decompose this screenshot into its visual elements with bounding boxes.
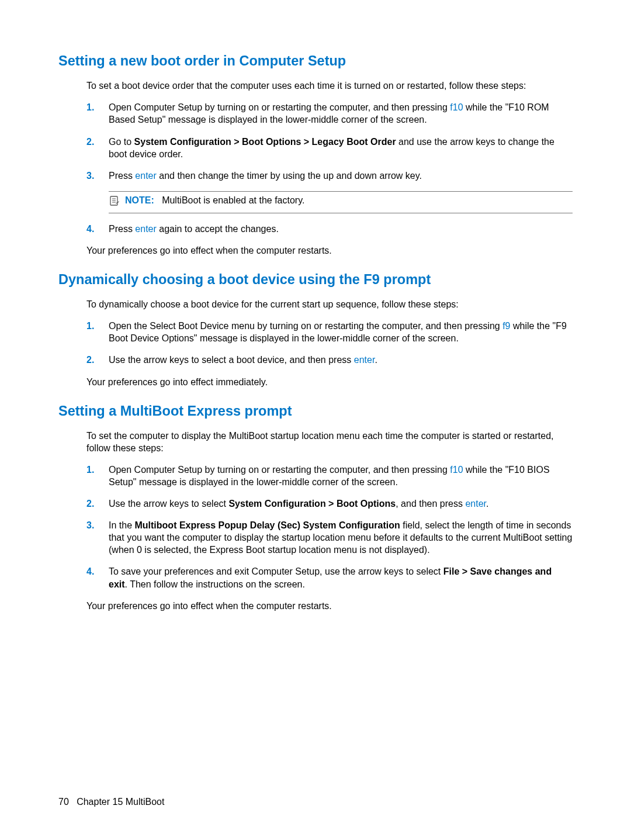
step-number: 1. (86, 320, 94, 332)
step-number: 2. (86, 354, 94, 366)
step-number: 4. (86, 223, 94, 235)
step-number: 1. (86, 464, 94, 476)
step-text-pre: Press (109, 171, 135, 181)
step-1: 1. Open the Select Boot Device menu by t… (86, 320, 573, 344)
step-number: 3. (86, 519, 94, 531)
key-enter: enter (135, 224, 156, 234)
steps-list-1: 1. Open Computer Setup by turning on or … (86, 101, 573, 182)
step-text-pre: Press (109, 224, 135, 234)
key-enter: enter (354, 355, 375, 365)
step-text-pre: Go to (109, 137, 134, 147)
step-3: 3. In the Multiboot Express Popup Delay … (86, 519, 573, 556)
step-text-post: and then change the timer by using the u… (157, 171, 422, 181)
heading-setting-boot-order: Setting a new boot order in Computer Set… (58, 53, 573, 69)
step-text-pre: Open Computer Setup by turning on or res… (109, 465, 450, 475)
page-footer: 70 Chapter 15 MultiBoot (58, 797, 164, 807)
step-4: 4. To save your preferences and exit Com… (86, 565, 573, 590)
step-2: 2. Use the arrow keys to select System C… (86, 497, 573, 510)
outro-text-2: Your preferences go into effect immediat… (86, 376, 573, 388)
note-body: MultiBoot is enabled at the factory. (162, 195, 304, 205)
step-text-post: . (375, 355, 377, 365)
note-text (157, 195, 162, 205)
note-label: NOTE: (125, 195, 154, 205)
page-number: 70 (58, 797, 69, 807)
step-number: 1. (86, 101, 94, 113)
step-number: 2. (86, 136, 94, 148)
key-f9: f9 (502, 321, 510, 331)
steps-list-2: 1. Open the Select Boot Device menu by t… (86, 320, 573, 366)
intro-text-3: To set the computer to display the Multi… (86, 430, 573, 454)
intro-text-2: To dynamically choose a boot device for … (86, 298, 573, 310)
steps-list-1b: 4. Press enter again to accept the chang… (86, 223, 573, 235)
step-text-post: . Then follow the instructions on the sc… (125, 579, 305, 589)
step-number: 2. (86, 497, 94, 510)
step-text-pre: Use the arrow keys to select a boot devi… (109, 355, 354, 365)
step-1: 1. Open Computer Setup by turning on or … (86, 101, 573, 126)
field-name: Multiboot Express Popup Delay (Sec) Syst… (134, 520, 400, 530)
step-text-pre: Use the arrow keys to select (109, 499, 228, 509)
note-icon (109, 195, 120, 209)
heading-f9-prompt: Dynamically choosing a boot device using… (58, 272, 573, 288)
step-text-pre: Open Computer Setup by turning on or res… (109, 102, 450, 112)
step-2: 2. Use the arrow keys to select a boot d… (86, 354, 573, 366)
step-text-pre: To save your preferences and exit Comput… (109, 566, 443, 576)
menu-path: System Configuration > Boot Options > Le… (134, 137, 396, 147)
step-text-mid: , and then press (396, 499, 465, 509)
step-text-post: . (486, 499, 488, 509)
outro-text: Your preferences go into effect when the… (86, 244, 573, 257)
note-box: NOTE: MultiBoot is enabled at the factor… (109, 191, 573, 213)
key-f10: f10 (450, 102, 463, 112)
step-2: 2. Go to System Configuration > Boot Opt… (86, 136, 573, 160)
steps-list-3: 1. Open Computer Setup by turning on or … (86, 464, 573, 590)
key-enter: enter (135, 171, 156, 181)
menu-path: System Configuration > Boot Options (228, 499, 396, 509)
step-text-post: again to accept the changes. (157, 224, 279, 234)
page: Setting a new boot order in Computer Set… (0, 0, 631, 840)
step-number: 4. (86, 565, 94, 578)
step-number: 3. (86, 170, 94, 182)
step-text-pre: In the (109, 520, 134, 530)
chapter-label: Chapter 15 MultiBoot (77, 797, 164, 807)
step-text-pre: Open the Select Boot Device menu by turn… (109, 321, 502, 331)
step-4: 4. Press enter again to accept the chang… (86, 223, 573, 235)
step-3: 3. Press enter and then change the timer… (86, 170, 573, 182)
heading-multiboot-express: Setting a MultiBoot Express prompt (58, 403, 573, 419)
key-f10: f10 (450, 465, 463, 475)
outro-text-3: Your preferences go into effect when the… (86, 600, 573, 612)
intro-text: To set a boot device order that the comp… (86, 79, 573, 92)
key-enter: enter (465, 499, 486, 509)
step-1: 1. Open Computer Setup by turning on or … (86, 464, 573, 488)
